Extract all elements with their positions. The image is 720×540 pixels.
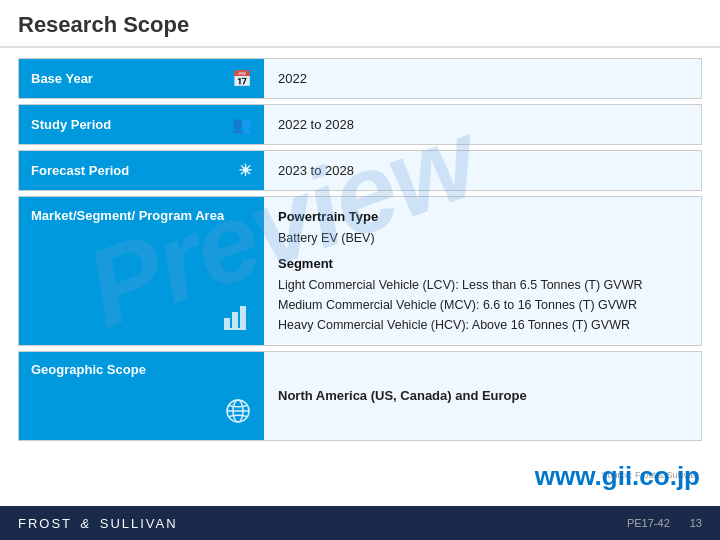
footer-ampersand: & [80, 516, 91, 531]
study-period-value: 2022 to 2028 [264, 105, 701, 144]
geo-scope-value: North America (US, Canada) and Europe [264, 352, 701, 440]
study-period-label: Study Period [31, 117, 224, 132]
market-segment-icon [31, 306, 252, 335]
page-container: Research Scope Base Year 📅 2022 Study Pe… [0, 0, 720, 540]
market-segment-value: Powertrain Type Battery EV (BEV) Segment… [264, 197, 701, 345]
svg-rect-1 [232, 312, 238, 330]
footer-right: PE17-42 13 [627, 517, 702, 529]
market-segment-label-cell: Market/Segment/ Program Area [19, 197, 264, 345]
svg-rect-3 [224, 328, 246, 330]
header: Research Scope [0, 0, 720, 48]
page-title: Research Scope [18, 12, 702, 38]
footer: FROST & SULLIVAN PE17-42 13 [0, 506, 720, 540]
forecast-period-label: Forecast Period [31, 163, 230, 178]
geo-scope-label: Geographic Scope [31, 362, 252, 377]
main-content: Base Year 📅 2022 Study Period 👥 2022 to … [0, 48, 720, 506]
study-period-label-cell: Study Period 👥 [19, 105, 264, 144]
gii-watermark: www.gii.co.jp [535, 461, 700, 492]
segment-mcv: Medium Commercial Vehicle (MCV): 6.6 to … [278, 295, 687, 315]
segment-header: Segment [278, 254, 687, 275]
segment-lcv: Light Commercial Vehicle (LCV): Less tha… [278, 275, 687, 295]
segment-hcv: Heavy Commercial Vehicle (HCV): Above 16… [278, 315, 687, 335]
market-segment-row: Market/Segment/ Program Area Powertrain … [18, 196, 702, 346]
footer-code: PE17-42 [627, 517, 670, 529]
forecast-period-value: 2023 to 2028 [264, 151, 701, 190]
powertrain-header: Powertrain Type [278, 207, 687, 228]
powertrain-value: Battery EV (BEV) [278, 228, 687, 248]
footer-brand: FROST & SULLIVAN [18, 516, 178, 531]
base-year-label: Base Year [31, 71, 224, 86]
svg-rect-2 [240, 306, 246, 330]
geo-scope-text: North America (US, Canada) and Europe [278, 388, 527, 403]
geo-scope-label-cell: Geographic Scope [19, 352, 264, 440]
study-period-icon: 👥 [232, 115, 252, 134]
base-year-label-cell: Base Year 📅 [19, 59, 264, 98]
forecast-period-label-cell: Forecast Period ☀ [19, 151, 264, 190]
base-year-value: 2022 [264, 59, 701, 98]
geographic-scope-row: Geographic Scope North America (US, Cana… [18, 351, 702, 441]
geo-scope-icon [31, 397, 252, 430]
market-segment-label: Market/Segment/ Program Area [31, 207, 252, 225]
forecast-period-icon: ☀ [238, 161, 252, 180]
base-year-row: Base Year 📅 2022 [18, 58, 702, 99]
base-year-icon: 📅 [232, 69, 252, 88]
study-period-row: Study Period 👥 2022 to 2028 [18, 104, 702, 145]
forecast-period-row: Forecast Period ☀ 2023 to 2028 [18, 150, 702, 191]
footer-page: 13 [690, 517, 702, 529]
